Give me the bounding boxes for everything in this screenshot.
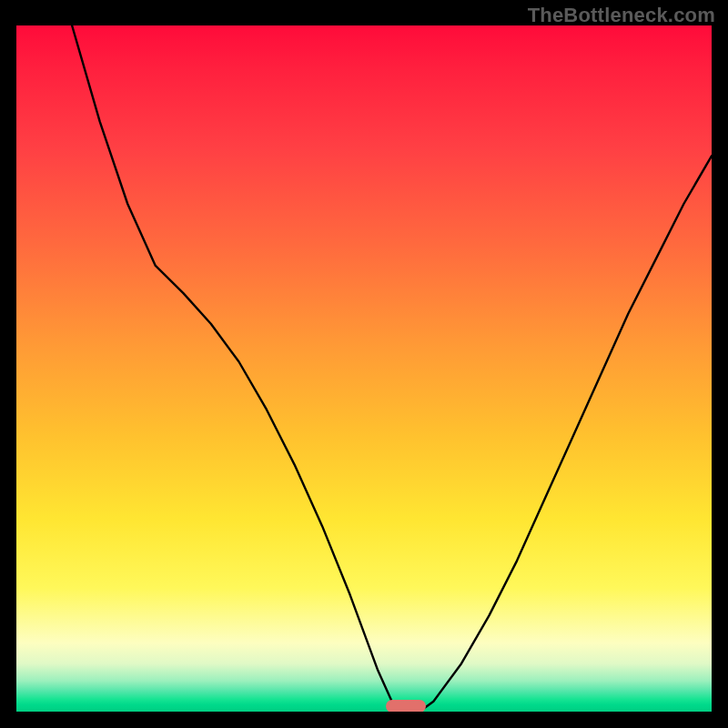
bottleneck-curve-svg bbox=[16, 25, 712, 712]
watermark-text: TheBottleneck.com bbox=[528, 4, 715, 27]
chart-frame: TheBottleneck.com bbox=[0, 0, 728, 728]
bottleneck-curve-line bbox=[16, 25, 712, 712]
optimal-balance-marker bbox=[386, 700, 426, 712]
plot-area bbox=[16, 25, 712, 712]
